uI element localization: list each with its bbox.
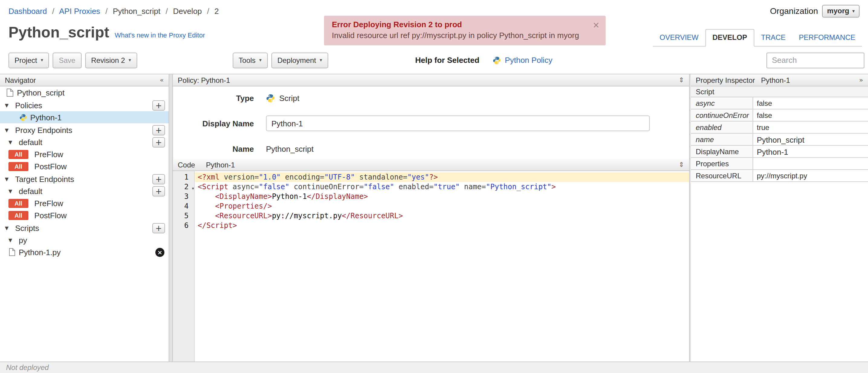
search-input[interactable] — [767, 52, 864, 68]
property-value[interactable]: Python_script — [753, 134, 868, 145]
code-token: "1.0" — [259, 173, 280, 181]
delete-script-icon[interactable]: × — [155, 248, 164, 257]
python-icon — [19, 113, 27, 121]
endpoint-label: default — [19, 187, 42, 195]
add-target-endpoint-button[interactable]: + — [152, 174, 165, 184]
navigator-item-target-postflow[interactable]: All PostFlow — [0, 209, 168, 221]
add-proxy-endpoint-button[interactable]: + — [152, 125, 165, 135]
collapse-panel-icon[interactable]: « — [160, 76, 164, 84]
add-flow-button[interactable]: + — [152, 137, 165, 147]
caret-down-icon: ▾ — [852, 8, 855, 13]
expand-panel-icon[interactable]: » — [859, 76, 863, 84]
inspector-row: enabled true — [691, 122, 868, 134]
condition-badge: All — [8, 162, 28, 171]
organization-label: Organization — [770, 6, 818, 16]
chevron-down-icon[interactable]: ▼ — [8, 139, 16, 145]
tools-menu-button[interactable]: Tools ▾ — [233, 52, 268, 68]
help-for-selected-label: Help for Selected — [415, 56, 479, 65]
line-number: 3 — [173, 192, 194, 201]
property-value[interactable]: false — [753, 97, 868, 109]
property-value[interactable]: Python-1 — [753, 146, 868, 157]
organization-dropdown[interactable]: myorg ▾ — [823, 4, 860, 17]
inspector-row: async false — [691, 97, 868, 110]
inspector-row: continueOnError false — [691, 110, 868, 122]
tab-develop[interactable]: DEVELOP — [705, 29, 754, 46]
display-name-input[interactable] — [266, 116, 650, 131]
line-number: 4 — [173, 201, 194, 211]
navigator-section-target-endpoints[interactable]: ▼ Target Endpoints + — [0, 173, 168, 185]
code-line[interactable]: </Script> — [195, 221, 689, 230]
chevron-down-icon[interactable]: ▼ — [5, 225, 12, 230]
add-flow-button[interactable]: + — [152, 186, 165, 196]
navigator-section-scripts[interactable]: ▼ Scripts + — [0, 222, 168, 234]
tab-overview[interactable]: OVERVIEW — [653, 30, 705, 46]
breadcrumb-separator: / — [52, 6, 54, 15]
navigator-item-proxy-postflow[interactable]: All PostFlow — [0, 160, 168, 172]
code-token: "yes" — [407, 173, 429, 181]
document-icon — [8, 248, 16, 256]
code-token — [198, 202, 215, 210]
chevron-down-icon[interactable]: ▼ — [5, 127, 12, 133]
property-value[interactable] — [753, 158, 868, 169]
save-button[interactable]: Save — [53, 52, 82, 68]
python-policy-link[interactable]: Python Policy — [505, 56, 553, 65]
code-token: encoding= — [281, 173, 324, 181]
display-name-row: Display Name — [173, 116, 689, 131]
code-lines[interactable]: <?xml version="1.0" encoding="UTF-8" sta… — [195, 171, 689, 362]
chevron-down-icon[interactable]: ▼ — [8, 188, 16, 194]
navigator-section-proxy-endpoints[interactable]: ▼ Proxy Endpoints + — [0, 124, 168, 136]
whats-new-link[interactable]: What's new in the Proxy Editor — [115, 31, 205, 39]
flow-label: PostFlow — [34, 162, 67, 171]
code-line[interactable]: <Script async="false" continueOnError="f… — [195, 182, 689, 192]
collapse-vertical-icon[interactable]: ⇕ — [679, 161, 684, 169]
code-line[interactable]: <?xml version="1.0" encoding="UTF-8" sta… — [195, 172, 689, 182]
breadcrumb-api-proxies[interactable]: API Proxies — [59, 6, 100, 15]
code-token: enabled= — [394, 183, 433, 191]
project-menu-button[interactable]: Project ▾ — [8, 52, 49, 68]
navigator-item-label: Python-1 — [30, 113, 62, 122]
deployment-menu-button[interactable]: Deployment ▾ — [271, 52, 328, 68]
navigator-item-proxy-root[interactable]: Python_script — [0, 87, 168, 98]
code-editor[interactable]: 1 2▾ 3 4 5 6 <?xml version="1.0" encodin… — [173, 171, 689, 362]
close-icon[interactable]: × — [593, 20, 600, 30]
add-policy-button[interactable]: + — [152, 100, 165, 110]
navigator-item-target-preflow[interactable]: All PreFlow — [0, 197, 168, 209]
breadcrumb-separator: / — [166, 6, 168, 15]
navigator-item-py-folder[interactable]: ▼ py — [0, 234, 168, 246]
navigator-item-proxy-default[interactable]: ▼ default + — [0, 136, 168, 148]
chevron-down-icon[interactable]: ▼ — [5, 176, 12, 182]
navigator-section-policies[interactable]: ▼ Policies + — [0, 99, 168, 111]
chevron-down-icon[interactable]: ▼ — [8, 237, 16, 243]
navigator-item-python-1-py[interactable]: Python-1.py × — [0, 246, 168, 258]
caret-down-icon: ▾ — [41, 57, 43, 63]
navigator-item-target-default[interactable]: ▼ default + — [0, 185, 168, 197]
breadcrumb-dashboard[interactable]: Dashboard — [8, 6, 47, 15]
code-token: name= — [460, 183, 486, 191]
caret-down-icon: ▾ — [129, 57, 131, 63]
property-value[interactable]: py://myscript.py — [753, 170, 868, 181]
add-script-button[interactable]: + — [152, 223, 165, 233]
tab-performance[interactable]: PERFORMANCE — [792, 30, 862, 46]
policy-panel-header: Policy: Python-1 ⇕ — [173, 74, 689, 87]
property-label: name — [691, 134, 753, 145]
property-value[interactable]: false — [753, 110, 868, 121]
navigator-item-python-1[interactable]: Python-1 — [0, 111, 168, 123]
code-line[interactable]: <Properties/> — [195, 201, 689, 211]
file-label: Python-1.py — [19, 248, 61, 257]
code-token: "true" — [433, 183, 460, 191]
panel-splitter[interactable] — [169, 74, 173, 362]
collapse-vertical-icon[interactable]: ⇕ — [679, 76, 684, 84]
property-value[interactable]: true — [753, 122, 868, 133]
proxy-editor-page: Error Deploying Revision 2 to prod Inval… — [0, 0, 868, 373]
code-token: Python-1 — [272, 192, 307, 201]
code-line[interactable]: <ResourceURL>py://myscript.py</ResourceU… — [195, 211, 689, 221]
navigator-panel: Navigator « Python_script ▼ Policies + P… — [0, 74, 169, 362]
chevron-down-icon[interactable]: ▼ — [5, 102, 12, 108]
type-value-text: Script — [279, 93, 299, 102]
revision-menu-button[interactable]: Revision 2 ▾ — [85, 52, 137, 68]
section-label: Policies — [15, 101, 42, 110]
navigator-item-proxy-preflow[interactable]: All PreFlow — [0, 148, 168, 160]
inspector-row: Properties — [691, 158, 868, 170]
tab-trace[interactable]: TRACE — [754, 30, 792, 46]
code-line[interactable]: <DisplayName>Python-1</DisplayName> — [195, 192, 689, 201]
